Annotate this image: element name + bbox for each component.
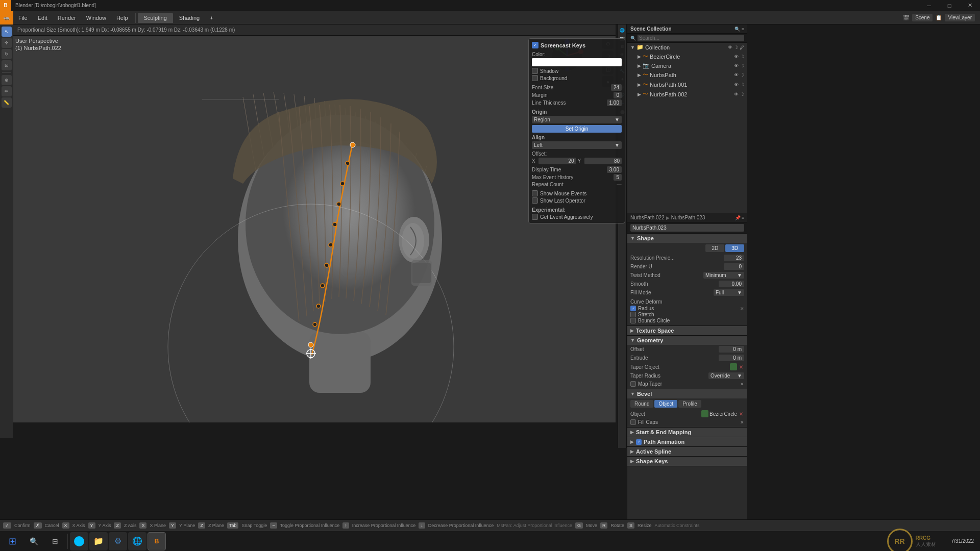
set-origin-btn[interactable]: Set Origin [532,125,622,133]
workspace-add[interactable]: + [206,13,217,23]
prop-panel-pin[interactable]: 📌 [735,215,741,220]
res-preview-val[interactable]: 23 [724,255,744,261]
prop-panel-menu[interactable]: ≡ [742,215,744,220]
props-icon-scene[interactable]: 🌐 [619,27,626,34]
geometry-section-header[interactable]: ▼ Geometry [627,336,747,345]
tool-measure[interactable]: 📏 [2,97,12,108]
system-tray[interactable]: 7/31/2022 [947,538,978,544]
bevel-section-header[interactable]: ▼ Bevel [627,389,747,398]
workspace-shading[interactable]: Shading [173,13,206,23]
viewport-3d[interactable]: User Perspective (1) NurbsPath.022 [13,36,616,422]
maximize-button[interactable]: □ [939,0,960,11]
taskbar-settings[interactable]: ⚙ [109,532,127,550]
start-end-header[interactable]: ▶ Start & End Mapping [627,428,747,437]
menu-file[interactable]: File [13,13,33,23]
shadow-checkbox[interactable] [532,68,538,74]
offset-y-val[interactable]: 80 [584,158,622,164]
shape-keys-header[interactable]: ▶ Shape Keys [627,457,747,466]
status-confirm-key[interactable]: ✓ [3,522,11,529]
menu-edit[interactable]: Edit [33,13,53,23]
bevel-object-val[interactable]: BezierCircle [709,411,737,417]
tool-cursor[interactable]: ⊕ [2,75,12,85]
outliner-filter[interactable]: 🔍 [734,27,740,32]
menu-render[interactable]: Render [53,13,81,23]
status-zp-key[interactable]: Z [198,522,205,529]
display-time-val[interactable]: 3.00 [607,166,622,173]
taskbar-edge[interactable] [70,532,88,550]
bevel-profile-btn[interactable]: Profile [678,400,701,408]
background-checkbox[interactable] [532,75,538,81]
shape-3d-btn[interactable]: 3D [725,244,744,252]
stretch-checkbox[interactable] [630,312,636,317]
status-y-key[interactable]: Y [88,522,95,529]
fill-mode-dropdown[interactable]: Full▼ [714,289,744,296]
map-taper-checkbox[interactable] [630,381,636,387]
taskbar-chrome[interactable]: 🌐 [128,532,146,550]
path-anim-header[interactable]: ▶ ✓ Path Animation [627,437,747,446]
line-thickness-val[interactable]: 1.00 [607,99,622,106]
bevel-object-clear[interactable]: ✕ [738,411,744,417]
outliner-item-nurbspath[interactable]: ▶ 〜 NurbsPath 👁 ☽ [627,70,747,80]
status-x-key[interactable]: X [62,522,69,529]
outliner-search[interactable] [638,35,744,41]
show-last-checkbox[interactable] [532,197,538,204]
workspace-sculpting[interactable]: Sculpting [138,13,173,23]
outliner-menu[interactable]: ≡ [742,27,744,32]
tool-scale[interactable]: ⊡ [2,60,12,70]
outliner-item-bezier[interactable]: ▶ 〜 BezierCircle 👁 ☽ [627,52,747,61]
render-u-val[interactable]: 0 [724,263,744,270]
breadcrumb-2[interactable]: NurbsPath.023 [671,215,705,220]
shape-section-header[interactable]: ▼ Shape [627,234,747,243]
align-dropdown[interactable]: Left▼ [532,141,622,149]
status-tilde-key[interactable]: ~ [270,522,277,529]
taper-radius-dropdown[interactable]: Override▼ [708,372,744,379]
start-button[interactable]: ⊞ [2,531,22,552]
fill-caps-checkbox[interactable] [630,419,636,425]
status-yp-key[interactable]: Y [169,522,176,529]
outliner-item-camera[interactable]: ▶ 📷 Camera 👁 ☽ [627,61,747,70]
bounds-circle-checkbox[interactable] [630,318,636,323]
minimize-button[interactable]: ─ [919,0,939,11]
bevel-round-btn[interactable]: Round [630,400,653,408]
texture-space-header[interactable]: ▶ Texture Space [627,326,747,335]
viewlayer-dropdown[interactable]: ViewLayer [945,14,975,21]
status-tab-key[interactable]: Tab [227,522,239,529]
status-cancel-key[interactable]: ✗ [34,522,42,529]
get-event-checkbox[interactable] [532,214,538,220]
active-spline-header[interactable]: ▶ Active Spline [627,447,747,456]
bevel-object-btn[interactable]: Object [654,400,677,408]
margin-val[interactable]: 0 [614,92,622,98]
shape-2d-btn[interactable]: 2D [705,244,724,252]
color-swatch[interactable] [532,58,622,66]
font-size-val[interactable]: 24 [611,84,622,91]
screencast-toggle[interactable]: ✓ [532,42,538,48]
offset-x-val[interactable]: 20 [538,158,576,164]
show-mouse-checkbox[interactable] [532,190,538,196]
breadcrumb-1[interactable]: NurbsPath.022 [630,215,665,220]
geo-offset-val[interactable]: 0 m [719,346,744,353]
search-button[interactable]: 🔍 [23,531,44,552]
repeat-count-val[interactable] [617,184,622,185]
menu-window[interactable]: Window [81,13,111,23]
smooth-val[interactable]: 0.00 [719,281,744,287]
taskbar-blender[interactable]: B [148,532,166,550]
radius-checkbox[interactable]: ✓ [630,306,636,311]
taskview-button[interactable]: ⊟ [45,531,65,552]
tool-annotate[interactable]: ✏ [2,86,12,96]
tool-select[interactable]: ↖ [2,27,12,37]
status-xp-key[interactable]: X [139,522,146,529]
outliner-item-nurbspath001[interactable]: ▶ 〜 NurbsPath.001 👁 ☽ [627,80,747,89]
twist-method-dropdown[interactable]: Minimum▼ [703,272,744,279]
origin-dropdown[interactable]: Region▼ [532,116,622,123]
scene-dropdown[interactable]: Scene [912,14,933,21]
tool-rotate[interactable]: ↻ [2,49,12,59]
tool-move[interactable]: ✛ [2,38,12,48]
outliner-item-nurbspath002[interactable]: ▶ 〜 NurbsPath.002 👁 ☽ [627,89,747,99]
close-button[interactable]: ✕ [960,0,980,11]
outliner-item-collection[interactable]: ▼ 📁 Collection 👁 ☽ 🖊 [627,43,747,52]
extrude-val[interactable]: 0 m [719,355,744,361]
menu-help[interactable]: Help [111,13,133,23]
taper-object-x[interactable]: ✕ [738,364,744,370]
active-object-field[interactable]: NurbsPath.023 [630,224,744,232]
status-z-key[interactable]: Z [114,522,121,529]
